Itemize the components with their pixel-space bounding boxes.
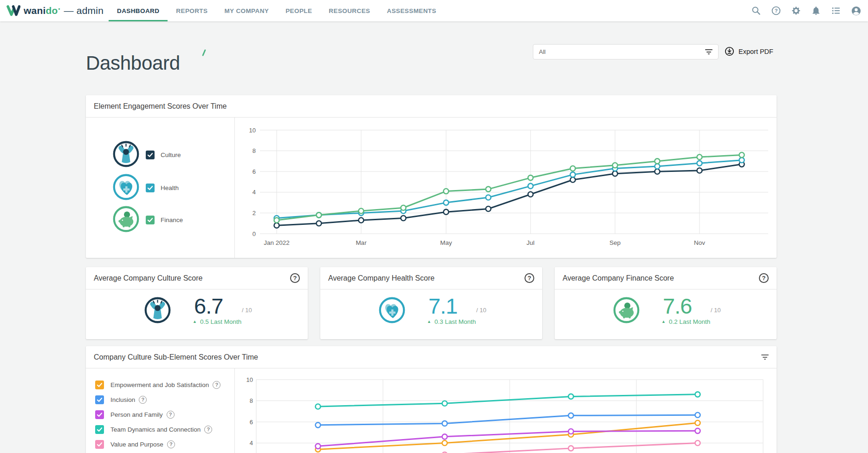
- legend-item-finance[interactable]: Finance: [86, 205, 234, 235]
- svg-text:Nov: Nov: [694, 239, 705, 246]
- filter-list-icon: [705, 49, 713, 54]
- culture-score-value: 6.7: [194, 293, 223, 319]
- subelement-scores-card: Company Culture Sub-Element Scores Over …: [86, 346, 777, 453]
- nav-item-reports[interactable]: REPORTS: [168, 0, 216, 21]
- culture-score-denominator: / 10: [242, 307, 252, 314]
- svg-text:?: ?: [775, 8, 778, 13]
- nav-item-resources[interactable]: RESOURCES: [320, 0, 378, 21]
- health-heart-icon: [379, 297, 405, 325]
- team-dynamics-checkbox[interactable]: [95, 425, 104, 434]
- subelement-line-chart: 0246810: [234, 368, 777, 453]
- finance-help-icon[interactable]: ?: [759, 273, 769, 283]
- up-triangle-icon: ▲: [427, 320, 431, 324]
- notifications-bell-icon[interactable]: [810, 5, 822, 17]
- dashboard-screen: wanido• — admin DASHBOARD REPORTS MY COM…: [0, 0, 868, 453]
- download-icon: [724, 46, 735, 57]
- legend-item-value-purpose[interactable]: Value and Purpose ?: [95, 438, 175, 451]
- health-score-denominator: / 10: [476, 307, 486, 314]
- settings-gear-icon[interactable]: [790, 5, 802, 17]
- wanido-logo[interactable]: wanido• — admin: [6, 5, 105, 17]
- health-score-card: Average Company Health Score ? 7.1 / 10 …: [320, 267, 542, 339]
- legend-item-person-family[interactable]: Person and Family ?: [95, 408, 175, 421]
- finance-legend-label: Finance: [161, 217, 183, 223]
- health-score-value: 7.1: [428, 293, 457, 319]
- svg-text:4: 4: [250, 440, 253, 446]
- legend-item-health[interactable]: Health: [86, 173, 234, 203]
- health-score-header: Average Company Health Score ?: [320, 267, 542, 289]
- team-dynamics-help-icon[interactable]: ?: [204, 426, 212, 433]
- subelement-filter-icon[interactable]: [761, 355, 769, 360]
- export-pdf-label: Export PDF: [738, 48, 773, 55]
- wordmark-suffix: — admin: [64, 5, 104, 16]
- finance-score-delta: ▲ 0.2 Last Month: [661, 318, 710, 325]
- legend-item-team-dynamics[interactable]: Team Dynamics and Connection ?: [95, 423, 212, 436]
- empowerment-legend-label: Empowerment and Job Satisfaction: [110, 381, 209, 388]
- account-icon[interactable]: [850, 5, 862, 17]
- wordmark-primary: wani: [24, 5, 45, 16]
- svg-text:10: 10: [249, 127, 256, 134]
- search-icon[interactable]: [750, 5, 762, 17]
- person-family-legend-label: Person and Family: [110, 411, 163, 418]
- subelement-card-title: Company Culture Sub-Element Scores Over …: [94, 353, 258, 361]
- culture-help-icon[interactable]: ?: [290, 273, 300, 283]
- value-purpose-legend-label: Value and Purpose: [110, 441, 163, 448]
- inclusion-legend-label: Inclusion: [110, 396, 135, 403]
- nav-item-dashboard[interactable]: DASHBOARD: [109, 0, 168, 21]
- wordmark: wanido• — admin: [24, 5, 104, 16]
- engagement-scores-card: Element Engagement Scores Over Time Cult…: [86, 95, 777, 258]
- legend-item-culture[interactable]: Culture: [86, 140, 234, 170]
- legend-item-empowerment[interactable]: Empowerment and Job Satisfaction ?: [95, 378, 220, 391]
- finance-checkbox[interactable]: [146, 216, 155, 224]
- nav-item-people[interactable]: PEOPLE: [277, 0, 320, 21]
- health-help-icon[interactable]: ?: [525, 273, 534, 283]
- empowerment-checkbox[interactable]: [95, 381, 104, 389]
- up-triangle-icon: ▲: [661, 320, 666, 324]
- nav-item-assessments[interactable]: ASSESSMENTS: [378, 0, 444, 21]
- wordmark-dot: •: [58, 6, 60, 12]
- toolbar-icons: ?: [750, 5, 868, 17]
- legend-item-inclusion[interactable]: Inclusion ?: [95, 393, 147, 406]
- svg-text:8: 8: [253, 147, 256, 154]
- dashboard-filter-select[interactable]: All: [533, 44, 719, 59]
- empowerment-help-icon[interactable]: ?: [213, 381, 220, 389]
- culture-person-icon: [113, 141, 139, 169]
- culture-score-title: Average Company Culture Score: [94, 274, 203, 282]
- finance-score-title: Average Company Finance Score: [563, 274, 674, 282]
- culture-score-delta: ▲ 0.5 Last Month: [193, 318, 241, 325]
- value-purpose-help-icon[interactable]: ?: [167, 440, 175, 448]
- svg-text:6: 6: [253, 168, 256, 175]
- finance-score-value: 7.6: [663, 293, 692, 319]
- inclusion-checkbox[interactable]: [95, 395, 104, 404]
- finance-score-header: Average Company Finance Score ?: [555, 267, 777, 289]
- culture-score-header: Average Company Culture Score ?: [86, 267, 308, 289]
- svg-text:Jan 2022: Jan 2022: [264, 239, 290, 246]
- title-accent-mark: [202, 49, 206, 56]
- value-purpose-checkbox[interactable]: [95, 440, 104, 449]
- health-score-delta: ▲ 0.3 Last Month: [427, 318, 476, 325]
- finance-score-denominator: / 10: [711, 307, 721, 314]
- finance-piggybank-icon: [113, 206, 139, 234]
- engagement-card-header: Element Engagement Scores Over Time: [86, 95, 777, 118]
- culture-checkbox[interactable]: [146, 151, 155, 159]
- nav-item-my-company[interactable]: MY COMPANY: [216, 0, 277, 21]
- help-icon[interactable]: ?: [770, 5, 782, 17]
- up-triangle-icon: ▲: [193, 320, 197, 324]
- list-icon[interactable]: [830, 5, 842, 17]
- svg-text:May: May: [440, 239, 452, 246]
- top-app-bar: wanido• — admin DASHBOARD REPORTS MY COM…: [0, 0, 868, 21]
- health-checkbox[interactable]: [146, 184, 155, 192]
- person-family-help-icon[interactable]: ?: [167, 411, 175, 419]
- svg-text:Jul: Jul: [526, 239, 534, 246]
- inclusion-help-icon[interactable]: ?: [139, 396, 147, 404]
- finance-score-card: Average Company Finance Score ? 7.6 / 10…: [555, 267, 777, 339]
- svg-text:4: 4: [253, 189, 256, 196]
- svg-text:Mar: Mar: [356, 239, 367, 246]
- culture-legend-label: Culture: [161, 151, 181, 158]
- export-pdf-button[interactable]: Export PDF: [724, 46, 773, 57]
- wordmark-secondary: do: [45, 5, 58, 16]
- svg-text:8: 8: [250, 397, 253, 404]
- wanido-w-icon: [6, 5, 20, 17]
- finance-piggybank-icon: [613, 297, 640, 325]
- health-score-title: Average Company Health Score: [328, 274, 434, 282]
- person-family-checkbox[interactable]: [95, 410, 104, 419]
